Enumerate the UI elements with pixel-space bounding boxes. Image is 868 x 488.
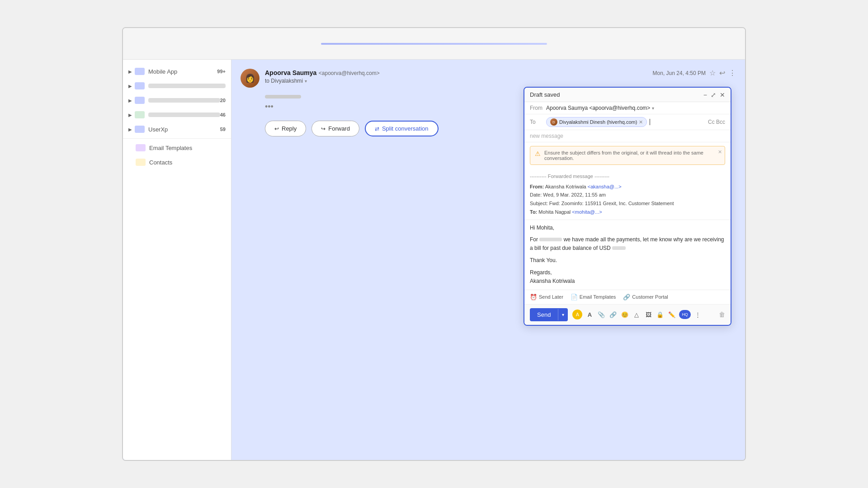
email-templates-button[interactable]: 📄 Email Templates [571,294,616,300]
reply-button[interactable]: ↩ Reply [265,121,306,136]
sidebar-item-contacts[interactable]: Contacts [123,155,231,169]
draft-controls: − ⤢ ✕ [703,92,725,98]
send-later-button[interactable]: ⏰ Send Later [530,294,563,300]
draft-toolbar: Send ▾ A A 📎 🔗 😊 △ 🖼 🔒 ✏️ HQ [524,305,731,325]
fw-subject-line: Subject: Fwd: Zoominfo: 115911 Grexit, I… [530,199,725,208]
toolbar-icons: A A 📎 🔗 😊 △ 🖼 🔒 ✏️ HQ ⋮ [572,310,703,319]
chip-icon[interactable]: HQ [679,310,691,319]
link-icon[interactable]: 🔗 [609,310,618,319]
emoji-icon[interactable]: 😊 [620,310,629,319]
subject-placeholder: new message [530,133,563,139]
send-button[interactable]: Send ▾ [530,308,568,321]
body-blurred-1 [539,238,562,241]
body-main: For we have made all the payments, let m… [530,235,725,253]
forward-button[interactable]: ↪ Forward [311,121,359,136]
body-regards: Regards, [530,268,725,277]
draft-body[interactable]: Hi Mohita, For we have made all the paym… [524,220,731,289]
send-dropdown-icon[interactable]: ▾ [558,309,568,320]
progress-bar [321,43,547,45]
fw-date-line: Date: Wed, 9 Mar. 2022, 11:55 am [530,191,725,199]
font-format-icon[interactable]: A [585,310,594,319]
from-dropdown-icon[interactable]: ▾ [652,106,654,111]
sidebar-badge: 46 [220,112,226,117]
close-warning-button[interactable]: ✕ [718,149,722,155]
avatar: 👩 [241,69,259,88]
sidebar-item-blurred-1[interactable]: ▶ [123,79,231,93]
arrow-icon: ▶ [128,98,132,103]
to-label: to Divyalakshmi [265,78,303,84]
to-cursor [650,119,650,125]
sidebar-item-userxp[interactable]: ▶ UserXp 59 [123,122,231,136]
reply-btn-icon: ↩ [274,126,279,132]
remove-recipient-button[interactable]: ✕ [639,119,643,125]
body-signature: Akansha Kotriwala [530,277,725,286]
lock-icon[interactable]: 🔒 [656,310,665,319]
fw-from-email[interactable]: <akansha@...> [588,184,622,189]
forwarded-message: ---------- Forwarded message --------- F… [524,169,731,220]
sidebar-item-email-templates[interactable]: Email Templates [123,141,231,155]
draft-to-field[interactable]: To D Divyalakshmi Dinesh (hiverhq.com) ✕… [524,114,731,130]
attachment-icon[interactable]: 📎 [597,310,606,319]
sidebar-item-blurred-3[interactable]: ▶ 46 [123,108,231,122]
sidebar-badge: 99+ [217,69,226,74]
sender-email: <apoorva@hiverhq.com> [319,70,380,76]
email-panel: 👩 Apoorva Saumya <apoorva@hiverhq.com> t… [231,60,745,460]
fw-to-email[interactable]: <mohita@...> [572,209,602,215]
arrow-icon: ▶ [128,69,132,74]
draft-from-field: From Apoorva Saumya <apoorva@hiverhq.com… [524,102,731,114]
split-btn-icon: ⇄ [375,126,379,132]
sender-name: Apoorva Saumya [265,69,316,76]
shape-icon[interactable]: △ [632,310,641,319]
format-color-icon[interactable]: A [572,310,582,319]
sidebar-item-label-blurred [148,98,220,103]
sidebar-item-blurred-2[interactable]: ▶ 20 [123,93,231,108]
draft-title: Draft saved [530,91,560,98]
fw-from-line: From: Akansha Kotriwala <akansha@...> [530,183,725,191]
forward-btn-label: Forward [328,125,350,132]
fw-to-line: To: Mohita Nagpal <mohita@...> [530,208,725,216]
more-toolbar-icon[interactable]: ⋮ [693,310,703,319]
more-options-icon[interactable]: ⋮ [729,69,736,77]
reply-icon[interactable]: ↩ [719,69,725,77]
pen-icon[interactable]: ✏️ [667,310,676,319]
draft-header: Draft saved − ⤢ ✕ [524,88,731,102]
dropdown-arrow-icon[interactable]: ▾ [305,79,307,84]
close-button[interactable]: ✕ [720,92,725,98]
split-btn-label: Split conversation [382,125,429,132]
body-greeting: Hi Mohita, [530,224,725,232]
image-icon[interactable]: 🖼 [644,310,653,319]
sidebar-item-mobile-app[interactable]: ▶ Mobile App 99+ [123,64,231,79]
email-meta: Apoorva Saumya <apoorva@hiverhq.com> to … [265,69,653,84]
inbox-icon [135,97,145,104]
recipient-name: Divyalakshmi Dinesh (hiverhq.com) [559,119,637,125]
to-label: To [530,119,546,125]
cc-bcc-button[interactable]: Cc Bcc [708,119,725,125]
maximize-button[interactable]: ⤢ [711,92,716,98]
draft-subject-field[interactable]: new message [524,130,731,142]
inbox-icon [135,82,145,89]
sidebar-badge: 20 [220,98,226,103]
draft-footer-links: ⏰ Send Later 📄 Email Templates 🔗 Custome… [524,290,731,305]
from-value: Apoorva Saumya <apoorva@hiverhq.com> ▾ [546,105,725,111]
draft-warning: ⚠ Ensure the subject differs from the or… [530,146,725,165]
recipient-chip[interactable]: D Divyalakshmi Dinesh (hiverhq.com) ✕ [546,117,647,127]
sidebar-item-label-blurred [148,113,220,117]
timestamp-text: Mon, Jun 24, 4:50 PM [653,70,706,76]
split-conversation-button[interactable]: ⇄ Split conversation [365,121,439,136]
to-field-value: D Divyalakshmi Dinesh (hiverhq.com) ✕ [546,117,708,127]
body-blurred-2 [612,246,626,250]
from-text: Apoorva Saumya <apoorva@hiverhq.com> [546,105,650,111]
star-icon[interactable]: ☆ [709,69,716,77]
forward-btn-icon: ↪ [321,126,326,132]
minimize-button[interactable]: − [703,92,707,98]
inbox-icon [135,68,145,75]
arrow-icon: ▶ [128,84,132,89]
from-label: From [530,105,546,111]
sidebar: ▶ Mobile App 99+ ▶ ▶ 20 ▶ [123,60,231,460]
trash-icon[interactable]: 🗑 [719,311,725,318]
customer-portal-button[interactable]: 🔗 Customer Portal [623,294,668,300]
sidebar-item-label: Email Templates [149,145,226,151]
send-btn-label: Send [530,308,558,321]
inbox-icon [135,126,145,133]
body-thanks: Thank You. [530,256,725,265]
